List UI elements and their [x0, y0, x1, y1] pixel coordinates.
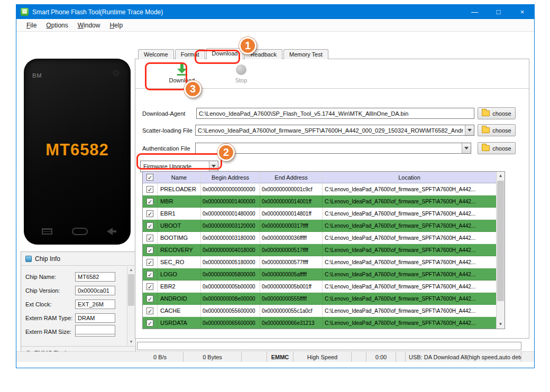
- row-checkbox[interactable]: [146, 259, 153, 266]
- select-all-checkbox[interactable]: [146, 174, 153, 181]
- choose-label: choose: [492, 110, 511, 117]
- scatter-file-input[interactable]: [195, 125, 474, 136]
- tab[interactable]: Welcome: [138, 49, 174, 59]
- begin-address: 0x0000000055600000: [201, 305, 260, 316]
- device-preview-image: BM MT6582: [24, 59, 131, 245]
- choose-label: choose: [492, 145, 511, 152]
- header-begin-address[interactable]: Begin Address: [201, 172, 260, 183]
- folder-icon: [482, 127, 490, 133]
- end-address: 0x00000000014001ff: [260, 195, 323, 207]
- scatter-dropdown-icon[interactable]: [465, 125, 474, 135]
- annotation-step-3-badge: 3: [184, 80, 201, 98]
- close-button[interactable]: ×: [510, 5, 534, 19]
- partition-location: C:\Lenovo_IdeaPad_A7600\of_firmware_SPFT…: [323, 220, 496, 231]
- stop-button[interactable]: Stop: [221, 61, 261, 87]
- row-checkbox[interactable]: [146, 235, 153, 241]
- table-header-row: Name Begin Address End Address Location: [143, 172, 496, 183]
- header-end-address[interactable]: End Address: [260, 172, 323, 183]
- title-bar[interactable]: Smart Phone Flash Tool(Runtime Trace Mod…: [16, 5, 534, 19]
- folder-icon: [482, 110, 490, 116]
- begin-address: 0x0000000005b00000: [201, 281, 260, 292]
- table-row[interactable]: ANDROID 0x0000000008e00000 0x00000000555…: [143, 293, 496, 305]
- app-window: Smart Phone Flash Tool(Runtime Trace Mod…: [16, 4, 535, 368]
- begin-address: 0x0000000001400000: [201, 195, 260, 207]
- table-row[interactable]: BOOTIMG 0x0000000003180000 0x00000000036…: [143, 232, 496, 244]
- partition-location: C:\Lenovo_IdeaPad_A7600\of_firmware_SPFT…: [323, 281, 496, 292]
- phone-nav-bar: [24, 228, 131, 235]
- row-checkbox[interactable]: [146, 271, 153, 278]
- minimize-button[interactable]: —: [463, 5, 487, 19]
- chip-info-scrollbar[interactable]: ▲ ▼: [127, 266, 135, 346]
- phone-chip-label: MT6582: [24, 141, 131, 160]
- phone-menu-icon: [42, 228, 52, 235]
- menu-item[interactable]: Window: [73, 20, 105, 31]
- menu-item[interactable]: Options: [41, 20, 72, 31]
- table-row[interactable]: PRELOADER 0x0000000000000000 0x000000000…: [143, 183, 496, 195]
- row-checkbox[interactable]: [146, 320, 153, 326]
- table-row[interactable]: EBR1 0x0000000001480000 0x00000000014801…: [143, 208, 496, 220]
- annotation-box-mode-select: [136, 153, 222, 170]
- menu-item[interactable]: Help: [105, 20, 127, 31]
- begin-address: 0x0000000004018000: [201, 244, 260, 256]
- row-checkbox[interactable]: [146, 307, 153, 314]
- auth-choose-button[interactable]: choose: [478, 142, 516, 154]
- chip-info-panel: Chip Info Chip Name: MT6582 Chip Version…: [21, 251, 136, 360]
- row-checkbox[interactable]: [146, 283, 153, 290]
- status-bytes: 0 Bytes: [184, 352, 242, 362]
- download-agent-choose-button[interactable]: choose: [478, 107, 516, 119]
- table-row[interactable]: LOGO 0x0000000005800000 0x0000000005afff…: [143, 268, 496, 281]
- header-name[interactable]: Name: [158, 172, 201, 183]
- begin-address: 0x0000000001480000: [201, 208, 260, 219]
- header-location[interactable]: Location: [323, 172, 496, 183]
- menu-item[interactable]: File: [22, 20, 41, 31]
- table-scrollbar[interactable]: ▲ ▼: [496, 172, 505, 329]
- table-row[interactable]: RECOVERY 0x0000000004018000 0x0000000005…: [143, 244, 496, 256]
- begin-address: 0x0000000005180000: [201, 256, 260, 268]
- end-address: 0x000000000577ffff: [260, 256, 323, 268]
- chip-field-label: Extern RAM Size:: [25, 329, 75, 335]
- scrollbar-thumb[interactable]: [497, 181, 504, 301]
- partition-location: C:\Lenovo_IdeaPad_A7600\of_firmware_SPFT…: [323, 305, 496, 316]
- auth-dropdown-icon[interactable]: [462, 143, 471, 153]
- chip-field-value: EXT_26M: [75, 300, 115, 309]
- scroll-up-icon[interactable]: ▲: [497, 172, 505, 180]
- menu-bar: FileOptionsWindowHelp: [16, 19, 534, 32]
- phone-home-icon: [72, 228, 88, 235]
- maximize-button[interactable]: □: [487, 5, 510, 19]
- status-usb-speed: High Speed: [294, 352, 352, 362]
- table-row[interactable]: UBOOT 0x0000000003120000 0x000000000317f…: [143, 220, 496, 232]
- stop-icon: [236, 64, 246, 75]
- chip-field-extra: [75, 325, 115, 334]
- partition-name: UBOOT: [158, 220, 201, 231]
- scatter-choose-button[interactable]: choose: [478, 124, 516, 136]
- row-checkbox[interactable]: [146, 222, 153, 229]
- table-row[interactable]: MBR 0x0000000001400000 0x00000000014001f…: [143, 195, 496, 208]
- begin-address: 0x0000000065600000: [201, 317, 260, 329]
- partition-location: C:\Lenovo_IdeaPad_A7600\of_firmware_SPFT…: [323, 293, 496, 304]
- tab[interactable]: Memory Test: [283, 49, 328, 59]
- status-flash-type: EMMC: [267, 352, 294, 362]
- end-address: 0x0000000055c1a0cf: [260, 305, 323, 316]
- table-row[interactable]: CACHE 0x0000000055600000 0x0000000055c1a…: [143, 305, 496, 317]
- table-row[interactable]: SEC_RO 0x0000000005180000 0x000000000577…: [143, 256, 496, 268]
- chip-info-title: Chip Info: [35, 255, 60, 263]
- scroll-down-icon[interactable]: ▼: [497, 320, 505, 329]
- table-row[interactable]: USRDATA 0x0000000065600000 0x0000000066e…: [143, 317, 496, 329]
- auth-file-label: Authentication File: [142, 145, 190, 152]
- row-checkbox[interactable]: [146, 186, 153, 193]
- row-checkbox[interactable]: [146, 198, 153, 205]
- partition-name: ANDROID: [158, 293, 201, 304]
- progress-bar: [137, 342, 521, 350]
- table-row[interactable]: EBR2 0x0000000005b00000 0x0000000005b001…: [143, 281, 496, 293]
- download-agent-input[interactable]: [196, 108, 474, 119]
- auth-file-input[interactable]: [195, 143, 471, 154]
- row-checkbox[interactable]: [146, 247, 153, 254]
- row-checkbox[interactable]: [146, 295, 153, 302]
- partition-name: SEC_RO: [158, 256, 201, 268]
- scroll-down-icon[interactable]: ▼: [127, 338, 135, 346]
- scroll-up-icon[interactable]: ▲: [127, 266, 135, 274]
- scrollbar-thumb[interactable]: [128, 274, 134, 306]
- row-checkbox[interactable]: [146, 210, 153, 217]
- chip-info-header: Chip Info: [21, 252, 135, 266]
- annotation-step-2-badge: 2: [217, 144, 235, 161]
